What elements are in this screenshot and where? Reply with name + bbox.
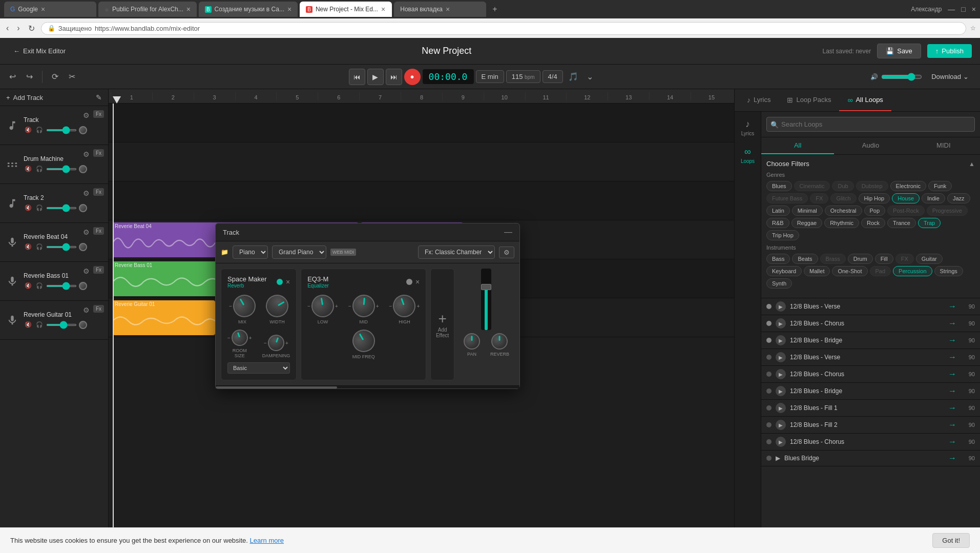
- forward-button[interactable]: ›: [15, 22, 22, 35]
- save-button[interactable]: 💾 Save: [877, 44, 921, 58]
- chip-dub[interactable]: Dub: [832, 181, 853, 191]
- filter-tab-midi[interactable]: MIDI: [907, 137, 980, 154]
- redo-button[interactable]: ↪: [23, 69, 36, 85]
- chip-trance[interactable]: Trance: [887, 218, 916, 228]
- loop-add-button[interactable]: →: [948, 302, 956, 311]
- tab-bandlab-create[interactable]: B Создание музыки в Са... ×: [199, 2, 298, 17]
- chip-funk[interactable]: Funk: [928, 181, 952, 191]
- chip-future-bass[interactable]: Future Bass: [766, 193, 808, 203]
- chip-fill[interactable]: Fill: [875, 254, 893, 264]
- loop-play-button[interactable]: ▶: [776, 352, 786, 362]
- chip-percussion[interactable]: Percussion: [893, 266, 932, 276]
- chip-house[interactable]: House: [892, 193, 920, 203]
- mute-button[interactable]: 🔇: [24, 126, 33, 134]
- loop-play-button[interactable]: ▶: [776, 420, 786, 430]
- fader-thumb[interactable]: [481, 284, 491, 290]
- chip-bass[interactable]: Bass: [766, 254, 790, 264]
- gear-button[interactable]: ⚙: [82, 227, 91, 237]
- chip-one-shot[interactable]: One-Shot: [832, 266, 867, 276]
- width-knob[interactable]: [262, 291, 293, 321]
- audio-clip[interactable]: Reverie Guitar 01: [113, 300, 215, 335]
- skip-back-button[interactable]: ⏮: [349, 69, 365, 85]
- loop-play-button[interactable]: ▶: [776, 437, 786, 447]
- chip-brass[interactable]: Brass: [820, 254, 846, 264]
- download-button[interactable]: Download ⌄: [926, 70, 974, 84]
- headphone-button[interactable]: 🎧: [35, 281, 44, 290]
- chip-rock[interactable]: Rock: [861, 218, 885, 228]
- chip-electronic[interactable]: Electronic: [890, 181, 926, 191]
- pan-knob[interactable]: [464, 333, 480, 350]
- mid-freq-knob[interactable]: [348, 325, 379, 356]
- list-item[interactable]: ▶ 12/8 Blues - Bridge → 90: [761, 383, 980, 400]
- chip-hip-hop[interactable]: Hip Hop: [859, 193, 890, 203]
- pan-knob[interactable]: [79, 165, 87, 173]
- metronome-button[interactable]: 🎵: [565, 69, 581, 85]
- volume-fader[interactable]: [481, 269, 491, 330]
- tab-lyrics[interactable]: ♪ Lyrics: [739, 89, 779, 111]
- close-icon[interactable]: ×: [287, 5, 291, 13]
- chip-cinematic[interactable]: Cinematic: [794, 181, 830, 191]
- close-icon[interactable]: ×: [446, 5, 450, 13]
- loop-add-button[interactable]: →: [948, 353, 956, 362]
- high-knob[interactable]: [390, 292, 419, 320]
- instrument-category-select[interactable]: Piano: [233, 245, 268, 259]
- tab-google[interactable]: G Google ×: [4, 2, 96, 17]
- track-volume-slider[interactable]: [46, 246, 77, 248]
- fx-button[interactable]: Fx: [93, 305, 104, 313]
- chip-reggae[interactable]: Reggae: [791, 218, 823, 228]
- got-it-button[interactable]: Got it!: [932, 533, 970, 548]
- chip-pad[interactable]: Pad: [870, 266, 891, 276]
- track-lane[interactable]: [109, 142, 734, 181]
- scrollbar-thumb[interactable]: [216, 386, 337, 388]
- tab-all-loops[interactable]: ∞ All Loops: [839, 89, 891, 111]
- settings-button[interactable]: ⌄: [583, 69, 596, 85]
- track-volume-slider[interactable]: [46, 324, 77, 326]
- lyrics-side-button[interactable]: ♪ Lyrics: [738, 116, 758, 139]
- effect-close-button[interactable]: ×: [415, 278, 420, 286]
- gear-button[interactable]: ⚙: [82, 110, 91, 120]
- fx-button[interactable]: Fx: [93, 266, 104, 274]
- list-item[interactable]: ▶ 12/8 Blues - Chorus → 90: [761, 366, 980, 383]
- mute-button[interactable]: 🔇: [24, 203, 33, 212]
- pan-knob[interactable]: [79, 282, 87, 290]
- loop-add-button[interactable]: →: [948, 336, 956, 345]
- skip-forward-button[interactable]: ⏭: [386, 69, 402, 85]
- mute-button[interactable]: 🔇: [24, 281, 33, 290]
- headphone-button[interactable]: 🎧: [35, 165, 44, 173]
- chip-mallet[interactable]: Mallet: [804, 266, 830, 276]
- loop-add-button[interactable]: →: [948, 386, 956, 396]
- list-item[interactable]: ▶ 12/8 Blues - Chorus → 90: [761, 315, 980, 332]
- effect-close-button[interactable]: ×: [286, 278, 290, 286]
- close-icon[interactable]: ×: [381, 5, 385, 13]
- learn-more-link[interactable]: Learn more: [250, 537, 284, 544]
- chip-beats[interactable]: Beats: [792, 254, 818, 264]
- pencil-button[interactable]: ✎: [96, 93, 102, 101]
- minimize-icon[interactable]: —: [948, 5, 955, 13]
- loop-add-button[interactable]: →: [948, 454, 956, 463]
- loop-play-button[interactable]: ▶: [776, 386, 786, 396]
- time-signature[interactable]: 4/4: [543, 70, 563, 83]
- restore-icon[interactable]: □: [961, 5, 965, 13]
- list-item[interactable]: ▶ 12/8 Blues - Bridge → 90: [761, 332, 980, 349]
- bookmark-icon[interactable]: ☆: [970, 25, 976, 32]
- chip-latin[interactable]: Latin: [766, 206, 790, 216]
- chip-post-rock[interactable]: Post-Rock: [887, 206, 925, 216]
- close-icon[interactable]: ×: [186, 5, 191, 13]
- list-item[interactable]: ▶ 12/8 Blues - Fill 1 → 90: [761, 400, 980, 417]
- track-volume-slider[interactable]: [46, 168, 77, 170]
- key-display[interactable]: E min: [476, 70, 504, 83]
- track-volume-slider[interactable]: [46, 207, 77, 209]
- loop-play-button[interactable]: ▶: [776, 335, 786, 345]
- track-volume-slider[interactable]: [46, 129, 77, 131]
- close-window-icon[interactable]: ×: [972, 5, 976, 13]
- loop-play-button[interactable]: ▶: [776, 318, 786, 329]
- headphone-button[interactable]: 🎧: [35, 203, 44, 212]
- list-item[interactable]: ▶ 12/8 Blues - Fill 2 → 90: [761, 417, 980, 434]
- fx-button[interactable]: Fx: [93, 188, 104, 196]
- mute-button[interactable]: 🔇: [24, 242, 33, 251]
- chip-guitar[interactable]: Guitar: [916, 254, 943, 264]
- chip-orchestral[interactable]: Orchestral: [825, 206, 862, 216]
- list-item[interactable]: ▶ Blues Bridge → 90: [761, 450, 980, 466]
- loop-play-button[interactable]: ▶: [776, 301, 786, 312]
- mute-button[interactable]: 🔇: [24, 320, 33, 329]
